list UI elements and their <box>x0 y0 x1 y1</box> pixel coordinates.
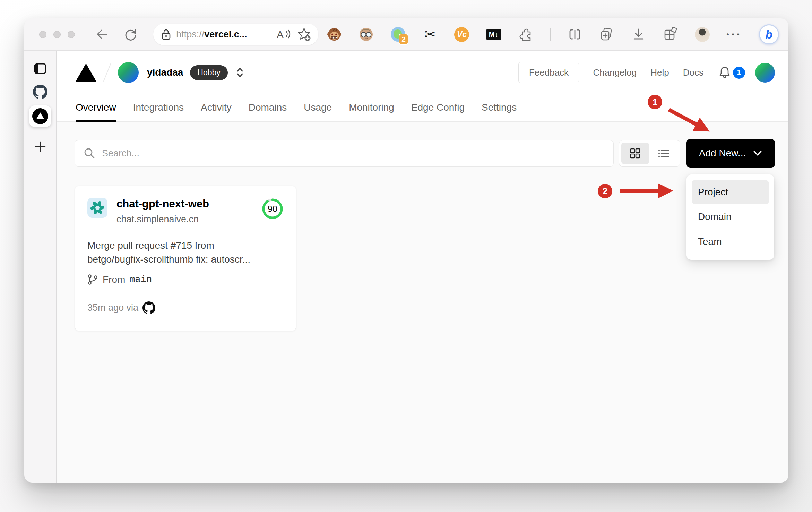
add-new-button[interactable]: Add New... <box>686 139 775 168</box>
list-view-button[interactable] <box>649 147 678 159</box>
plus-icon <box>34 140 47 153</box>
team-switcher-icon[interactable] <box>235 67 244 78</box>
sidebar-panel-icon <box>33 62 47 76</box>
commit-message[interactable]: Merge pull request #715 from betgo/bugfi… <box>87 239 284 267</box>
reader-mode-icon[interactable]: A <box>276 27 291 41</box>
docs-link[interactable]: Docs <box>683 67 703 78</box>
vc-extension-icon[interactable]: Vc <box>454 27 469 42</box>
refresh-icon <box>123 27 138 42</box>
extensions-menu-button[interactable] <box>518 27 533 42</box>
search-icon <box>83 147 96 160</box>
github-icon <box>33 85 47 99</box>
feedback-button[interactable]: Feedback <box>518 62 579 83</box>
search-input[interactable] <box>102 148 605 159</box>
tab-monitoring[interactable]: Monitoring <box>349 102 394 122</box>
markdown-badge: M↓ <box>486 29 501 40</box>
scissors-glyph: ✂ <box>424 27 435 42</box>
project-card[interactable]: chat-gpt-next-web chat.simplenaive.cn 90 <box>75 186 296 331</box>
desktop: { "browser": { "url_scheme": "https://",… <box>0 0 812 512</box>
collections-button[interactable] <box>663 27 678 42</box>
sidebar-toggle-button[interactable] <box>33 62 47 76</box>
browser-sidebar <box>24 51 57 483</box>
url-text: https://vercel.c... <box>176 29 247 40</box>
deployment-meta: 35m ago via <box>87 301 284 314</box>
tab-activity[interactable]: Activity <box>201 102 232 122</box>
team-name[interactable]: yidadaa <box>147 67 183 78</box>
branch-row: From main <box>87 274 284 285</box>
plan-badge: Hobby <box>190 65 227 80</box>
vercel-logo[interactable] <box>76 63 96 82</box>
back-button[interactable] <box>95 27 110 42</box>
tab-overview[interactable]: Overview <box>76 102 116 122</box>
minimize-window-button[interactable] <box>53 31 61 38</box>
cat-avatar-image <box>695 27 710 42</box>
openai-logo-icon <box>90 201 104 215</box>
browser-toolbar: https://vercel.c... A <box>24 18 788 50</box>
address-bar[interactable]: https://vercel.c... A <box>153 24 318 45</box>
tab-edge-config[interactable]: Edge Config <box>411 102 465 122</box>
tab-usage[interactable]: Usage <box>304 102 332 122</box>
bing-chat-button[interactable]: b <box>759 27 779 42</box>
more-menu-button[interactable]: ••• <box>727 27 742 42</box>
toolbar-divider <box>550 28 551 41</box>
browser-window: https://vercel.c... A <box>24 18 788 483</box>
favorite-star-icon[interactable] <box>297 27 311 42</box>
project-search[interactable] <box>75 140 614 167</box>
bing-icon: b <box>759 24 779 44</box>
split-screen-icon <box>568 27 582 42</box>
project-name[interactable]: chat-gpt-next-web <box>116 198 209 210</box>
markdown-extension-icon[interactable]: M↓ <box>486 27 501 42</box>
tampermonkey-extension-icon[interactable] <box>327 27 342 42</box>
tab-settings[interactable]: Settings <box>482 102 517 122</box>
grid-view-button[interactable] <box>621 143 649 164</box>
girl-with-glasses-icon <box>359 27 374 42</box>
help-link[interactable]: Help <box>650 67 669 78</box>
sidebar-tab-github[interactable] <box>33 85 47 99</box>
add-new-menu: Project Domain Team <box>686 174 774 260</box>
back-arrow-icon <box>95 27 110 42</box>
dashboard-main: Add New... <box>57 122 788 331</box>
zoom-window-button[interactable] <box>68 31 75 38</box>
download-icon <box>631 27 646 42</box>
collections-icon <box>663 27 678 42</box>
downloads-button[interactable] <box>631 27 646 42</box>
menu-item-project[interactable]: Project <box>692 180 769 204</box>
annotation-step-1: 1 <box>648 95 662 109</box>
project-favicon <box>87 198 107 218</box>
project-domain[interactable]: chat.simplenaive.cn <box>116 214 209 225</box>
close-window-button[interactable] <box>39 31 46 38</box>
user-avatar[interactable] <box>755 63 775 83</box>
tab-count-badge: 2 <box>399 34 408 45</box>
tab-manager-extension-icon[interactable]: 2 <box>390 27 406 42</box>
lock-icon <box>161 28 171 40</box>
split-screen-button[interactable] <box>567 27 582 42</box>
commit-line-1: Merge pull request #715 from <box>87 239 284 253</box>
puzzle-icon <box>518 27 533 42</box>
copy-plus-icon <box>599 27 614 42</box>
svg-text:A: A <box>277 29 284 40</box>
list-view-icon <box>657 147 670 159</box>
bell-icon <box>718 66 731 79</box>
avatar-extension-icon[interactable] <box>359 27 374 42</box>
menu-item-domain[interactable]: Domain <box>692 204 769 229</box>
changelog-link[interactable]: Changelog <box>593 67 637 78</box>
window-controls <box>39 31 75 38</box>
new-tab-button[interactable] <box>34 140 47 153</box>
menu-item-team[interactable]: Team <box>692 229 769 254</box>
lighthouse-score[interactable]: 90 <box>261 198 284 220</box>
refresh-button[interactable] <box>123 27 138 42</box>
add-to-collection-button[interactable] <box>599 27 614 42</box>
tab-domains[interactable]: Domains <box>249 102 287 122</box>
notifications-button[interactable]: 1 <box>718 66 746 80</box>
url-host: vercel.c... <box>204 29 247 40</box>
dashboard-header: yidadaa Hobby Feedback Changelog Help Do… <box>57 51 788 122</box>
score-value: 90 <box>261 198 284 220</box>
scissors-extension-icon[interactable]: ✂ <box>422 27 438 42</box>
branch-name: main <box>129 274 152 285</box>
sidebar-divider <box>28 133 53 133</box>
commit-line-2: betgo/bugfix-scrollthumb fix: autoscr... <box>87 253 284 266</box>
vercel-dashboard-page: yidadaa Hobby Feedback Changelog Help Do… <box>57 51 788 483</box>
profile-avatar[interactable] <box>695 27 710 42</box>
tab-integrations[interactable]: Integrations <box>133 102 184 122</box>
sidebar-tab-vercel-active[interactable] <box>29 105 51 127</box>
